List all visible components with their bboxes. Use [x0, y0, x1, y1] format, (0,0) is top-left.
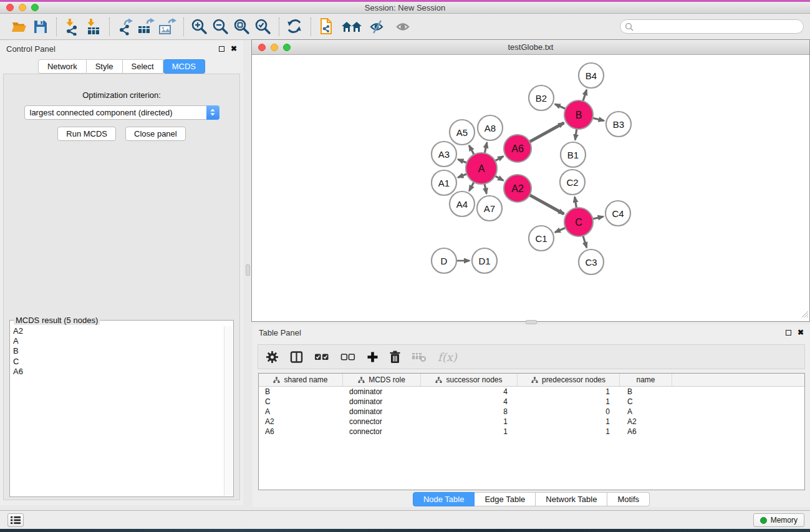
- export-table-icon[interactable]: [136, 17, 157, 37]
- tab-network[interactable]: Network: [38, 59, 87, 74]
- add-column-icon[interactable]: [367, 351, 378, 363]
- edge-A-A7[interactable]: [485, 183, 486, 194]
- open-icon[interactable]: [9, 17, 30, 37]
- edge-C-C3[interactable]: [583, 235, 587, 248]
- run-mcds-button[interactable]: Run MCDS: [57, 127, 116, 141]
- toolbar-separator: [279, 17, 279, 36]
- export-image-icon[interactable]: [157, 17, 178, 37]
- table-row[interactable]: A6connector11A6: [259, 427, 804, 437]
- import-network-icon[interactable]: [62, 17, 83, 37]
- table-row[interactable]: Bdominator41B: [259, 387, 804, 397]
- edge-A-A2[interactable]: [494, 176, 503, 181]
- float-panel-icon[interactable]: [219, 46, 224, 52]
- app-title: Session: New Session: [0, 3, 810, 12]
- edge-A-A8[interactable]: [485, 142, 487, 153]
- tab-style[interactable]: Style: [87, 59, 123, 74]
- close-panel-button[interactable]: Close panel: [125, 127, 186, 141]
- show-all-icon[interactable]: [393, 17, 415, 37]
- toolbar-separator: [109, 17, 110, 36]
- node-label-D1: D1: [478, 256, 490, 266]
- edge-C-C1[interactable]: [555, 228, 566, 233]
- cell-predecessor-nodes: 1: [518, 397, 620, 406]
- import-table-icon[interactable]: [83, 17, 104, 37]
- tab-mcds[interactable]: MCDS: [163, 59, 205, 74]
- criterion-dropdown[interactable]: largest connected component (directed): [24, 105, 219, 120]
- control-panel-tabs: NetworkStyleSelectMCDS: [0, 59, 243, 74]
- zoom-out-icon[interactable]: [210, 17, 231, 37]
- tab-motifs[interactable]: Motifs: [607, 492, 650, 506]
- edge-A-A6[interactable]: [494, 157, 503, 162]
- result-list-item[interactable]: A6: [11, 367, 224, 377]
- control-panel-header: Control Panel ✖: [0, 41, 243, 57]
- cell-shared-name: A2: [259, 417, 343, 426]
- zoom-fit-icon[interactable]: [231, 17, 253, 37]
- result-list-scrollbar[interactable]: [224, 326, 233, 496]
- zoom-selected-icon[interactable]: [253, 17, 274, 37]
- result-list-item[interactable]: B: [11, 346, 224, 356]
- window-resize-grip[interactable]: [801, 309, 809, 321]
- result-list-item[interactable]: C: [11, 357, 224, 367]
- delete-column-icon[interactable]: [390, 351, 400, 364]
- save-icon[interactable]: [30, 17, 51, 37]
- table-panel-header: Table Panel ✖: [253, 324, 810, 341]
- refresh-icon[interactable]: [284, 17, 306, 37]
- cell-shared-name: C: [259, 397, 343, 406]
- edge-B-B2[interactable]: [555, 104, 566, 109]
- settings-gear-icon[interactable]: [266, 351, 279, 364]
- search-input[interactable]: [636, 21, 803, 32]
- cell-successor-nodes: 8: [421, 407, 518, 416]
- column-header-mcds-role[interactable]: MCDS role: [343, 374, 421, 386]
- network-from-document-icon[interactable]: [316, 17, 337, 37]
- node-table: shared nameMCDS rolesuccessor nodesprede…: [258, 373, 805, 490]
- network-graph[interactable]: B4B2BB3A5A8A6A3B1AA1C2A2A4A7C4CC1C3DD1: [252, 56, 809, 321]
- edge-A-A4[interactable]: [469, 181, 474, 191]
- table-row[interactable]: Adominator80A: [259, 407, 804, 417]
- select-all-icon[interactable]: [314, 352, 329, 361]
- table-row[interactable]: A2connector11A2: [259, 417, 804, 427]
- show-panels-button[interactable]: [7, 513, 24, 527]
- tab-edge-table[interactable]: Edge Table: [475, 492, 536, 506]
- tab-select[interactable]: Select: [123, 59, 163, 74]
- edge-A-A5[interactable]: [469, 145, 474, 155]
- result-list-item[interactable]: A: [11, 336, 224, 346]
- edge-A-A3[interactable]: [458, 160, 467, 163]
- horizontal-splitter-handle[interactable]: [526, 320, 537, 324]
- edge-B-B1[interactable]: [575, 128, 577, 140]
- tab-node-table[interactable]: Node Table: [413, 492, 475, 506]
- memory-button[interactable]: Memory: [753, 513, 804, 527]
- edge-C-C2[interactable]: [575, 197, 577, 209]
- float-table-panel-icon[interactable]: [786, 330, 791, 336]
- network-window-titlebar[interactable]: testGlobe.txt: [252, 40, 809, 55]
- shared-column-icon: [435, 377, 442, 384]
- column-header-shared-name[interactable]: shared name: [259, 374, 343, 386]
- list-icon: [11, 516, 21, 525]
- column-header-successor-nodes[interactable]: successor nodes: [421, 374, 518, 386]
- network-canvas[interactable]: B4B2BB3A5A8A6A3B1AA1C2A2A4A7C4CC1C3DD1: [252, 56, 809, 321]
- hide-selected-icon[interactable]: [367, 17, 388, 37]
- zoom-in-icon[interactable]: [189, 17, 210, 37]
- edge-A-A1[interactable]: [458, 174, 467, 178]
- table-row[interactable]: Cdominator41C: [259, 397, 804, 407]
- edge-B-B3[interactable]: [592, 118, 604, 121]
- cell-shared-name: A6: [259, 427, 343, 436]
- close-table-panel-icon[interactable]: ✖: [798, 329, 804, 336]
- node-label-A7: A7: [484, 203, 495, 214]
- export-network-icon[interactable]: [115, 17, 136, 37]
- result-list-item[interactable]: A2: [11, 326, 224, 336]
- vertical-splitter-handle[interactable]: [246, 264, 250, 276]
- column-header-label: predecessor nodes: [542, 375, 605, 384]
- edge-C-C4[interactable]: [592, 216, 603, 219]
- edge-A6-B[interactable]: [529, 123, 564, 142]
- edge-A2-C[interactable]: [529, 195, 564, 214]
- column-header-name[interactable]: name: [620, 374, 672, 386]
- close-panel-icon[interactable]: ✖: [231, 45, 237, 52]
- search-field[interactable]: [620, 19, 804, 34]
- node-label-A8: A8: [485, 123, 496, 133]
- first-neighbors-icon[interactable]: [341, 17, 362, 37]
- deselect-all-icon[interactable]: [340, 352, 355, 361]
- column-visibility-icon[interactable]: [290, 351, 303, 364]
- column-header-predecessor-nodes[interactable]: predecessor nodes: [518, 374, 620, 386]
- tab-network-table[interactable]: Network Table: [536, 492, 607, 506]
- edge-B-B4[interactable]: [583, 90, 587, 102]
- cell-predecessor-nodes: 1: [518, 417, 620, 426]
